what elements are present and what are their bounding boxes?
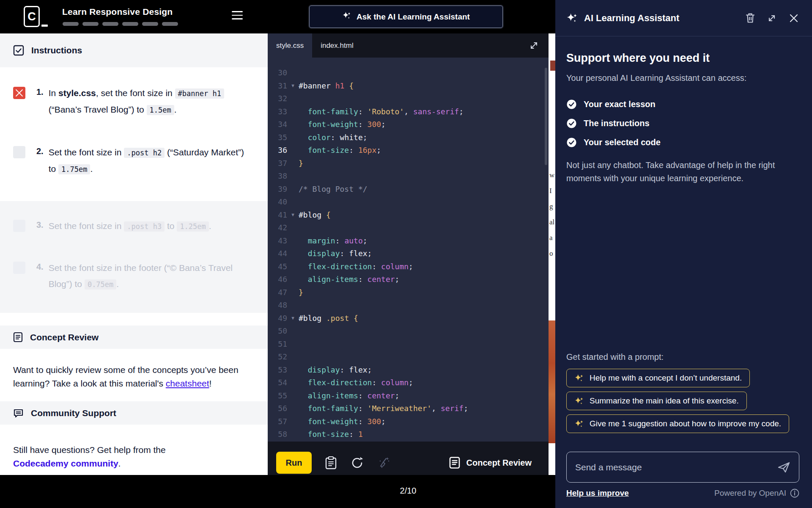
ai-assistant-panel: AI Learning Assistant Support where you … [555, 0, 812, 508]
code-text: align-items: center; [299, 273, 549, 286]
code-line[interactable]: 36 font-size: 16px; [268, 144, 549, 157]
code-line[interactable]: 58 font-size: 1 [268, 428, 549, 441]
code-line[interactable]: 30 [268, 66, 549, 80]
line-number: 31 [268, 80, 287, 93]
code-line[interactable]: 38 [268, 170, 549, 183]
code-line[interactable]: 54 flex-direction: column; [268, 376, 549, 389]
code-text: #banner h1 { [299, 80, 549, 93]
help-us-improve-link[interactable]: Help us improve [566, 489, 629, 498]
prompt-suggestion-button[interactable]: Give me 1 suggestion about how to improv… [566, 414, 789, 433]
instruction-step[interactable]: 2.Set the font size in .post h2 (“Saturd… [0, 144, 268, 177]
code-line[interactable]: 46 align-items: center; [268, 273, 549, 286]
code-line[interactable]: 40 [268, 196, 549, 209]
code-line[interactable]: 50 [268, 325, 549, 338]
code-line[interactable]: 47} [268, 286, 549, 299]
code-text: font-weight: 300; [299, 118, 549, 131]
code-line[interactable]: 48 [268, 299, 549, 312]
page-indicator: 2/10 [268, 486, 549, 496]
concept-review-button[interactable]: Concept Review [449, 456, 532, 469]
code-line[interactable]: 53 display: flex; [268, 364, 549, 377]
fold-arrow-icon[interactable]: ▼ [287, 209, 299, 222]
progress-segment [82, 22, 99, 26]
run-button[interactable]: Run [276, 452, 312, 474]
text-link[interactable]: Codecademy community [13, 458, 118, 468]
document-icon [13, 332, 23, 342]
codecademy-logo[interactable]: C [24, 6, 48, 27]
code-text: align-items: center; [299, 389, 549, 403]
top-navbar: C Learn Responsive Design Ask the AI Lea… [0, 0, 555, 33]
logo-letter: C [24, 6, 40, 27]
fold-gutter [287, 286, 299, 299]
powered-by-label: Powered by OpenAI [714, 489, 786, 498]
fold-gutter [287, 183, 299, 196]
code-line[interactable]: 57 font-weight: 300; [268, 415, 549, 428]
code-line[interactable]: 34 font-weight: 300; [268, 118, 549, 131]
code-line[interactable]: 31▼#banner h1 { [268, 80, 549, 93]
line-number: 44 [268, 247, 287, 260]
code-line[interactable]: 35 color: white; [268, 131, 549, 144]
preview-text-fragment: al [549, 218, 554, 226]
code-line[interactable]: 33 font-family: 'Roboto', sans-serif; [268, 105, 549, 119]
line-number: 32 [268, 92, 287, 105]
checkbox-icon [13, 45, 24, 56]
prompt-suggestion-button[interactable]: Help me with a concept I don’t understan… [566, 369, 750, 387]
text-link[interactable]: cheatsheet [166, 378, 209, 388]
ai-heading: Support where you need it [566, 52, 799, 65]
inline-code-chip: 1.25em [177, 221, 208, 232]
instruction-step[interactable]: 4.Set the font size in the footer (“© Ba… [0, 260, 268, 293]
line-number: 49 [268, 312, 287, 325]
editor-scrollbar[interactable] [545, 68, 547, 165]
fold-gutter [287, 389, 299, 403]
code-line[interactable]: 43 margin: auto; [268, 235, 549, 248]
trash-icon[interactable] [745, 12, 755, 24]
copy-clipboard-icon[interactable] [324, 456, 337, 470]
expand-icon[interactable] [766, 13, 777, 24]
prompt-suggestion-button[interactable]: Summarize the main idea of this exercise… [566, 392, 747, 410]
code-area[interactable]: 3031▼#banner h1 {3233 font-family: 'Robo… [268, 58, 549, 442]
code-text [299, 338, 549, 351]
clean-code-broom-icon[interactable] [377, 455, 392, 470]
message-input[interactable] [567, 462, 777, 472]
fold-gutter [287, 221, 299, 235]
instruction-step[interactable]: 1.In style.css, set the font size in #ba… [0, 85, 268, 118]
preview-text-fragment: o [549, 249, 553, 258]
code-line[interactable]: 45 flex-direction: column; [268, 260, 549, 273]
send-icon[interactable] [777, 461, 791, 474]
tab-index.html[interactable]: index.html [312, 33, 362, 58]
menu-icon[interactable] [232, 11, 243, 19]
line-number: 52 [268, 351, 287, 364]
close-icon[interactable] [788, 13, 799, 24]
code-line[interactable]: 37} [268, 157, 549, 170]
checkbox-icon[interactable] [13, 220, 25, 232]
code-line[interactable]: 56 font-family: 'Merriweather', serif; [268, 402, 549, 415]
code-line[interactable]: 32 [268, 92, 549, 105]
code-text: color: white; [299, 131, 549, 144]
code-line[interactable]: 49▼#blog .post { [268, 312, 549, 325]
checkbox-icon[interactable] [13, 146, 25, 158]
code-line[interactable]: 39/* Blog Post */ [268, 183, 549, 196]
instruction-step[interactable]: 3.Set the font size in .post h3 to 1.25e… [0, 218, 268, 235]
code-line[interactable]: 51 [268, 338, 549, 351]
code-line[interactable]: 44 display: flex; [268, 247, 549, 260]
failed-check-icon[interactable] [13, 87, 25, 99]
line-number: 40 [268, 196, 287, 209]
code-text [299, 196, 549, 209]
checkbox-icon[interactable] [13, 262, 25, 274]
tab-style.css[interactable]: style.css [268, 33, 312, 58]
code-text: } [299, 286, 549, 299]
reset-icon[interactable] [350, 456, 364, 470]
prompt-label: Get started with a prompt: [566, 352, 799, 362]
fold-arrow-icon[interactable]: ▼ [287, 312, 299, 325]
line-number: 56 [268, 402, 287, 415]
fullscreen-icon[interactable] [529, 40, 539, 52]
code-line[interactable]: 52 [268, 351, 549, 364]
code-line[interactable]: 42 [268, 221, 549, 235]
ask-ai-button[interactable]: Ask the AI Learning Assistant [309, 6, 503, 28]
fold-arrow-icon[interactable]: ▼ [287, 80, 299, 93]
concept-review-header: Concept Review [0, 326, 268, 349]
code-line[interactable]: 41▼#blog { [268, 209, 549, 222]
course-title: Learn Responsive Design [62, 7, 173, 17]
code-line[interactable]: 55 align-items: center; [268, 389, 549, 403]
step-number: 1. [36, 87, 44, 97]
info-icon[interactable] [790, 489, 799, 498]
